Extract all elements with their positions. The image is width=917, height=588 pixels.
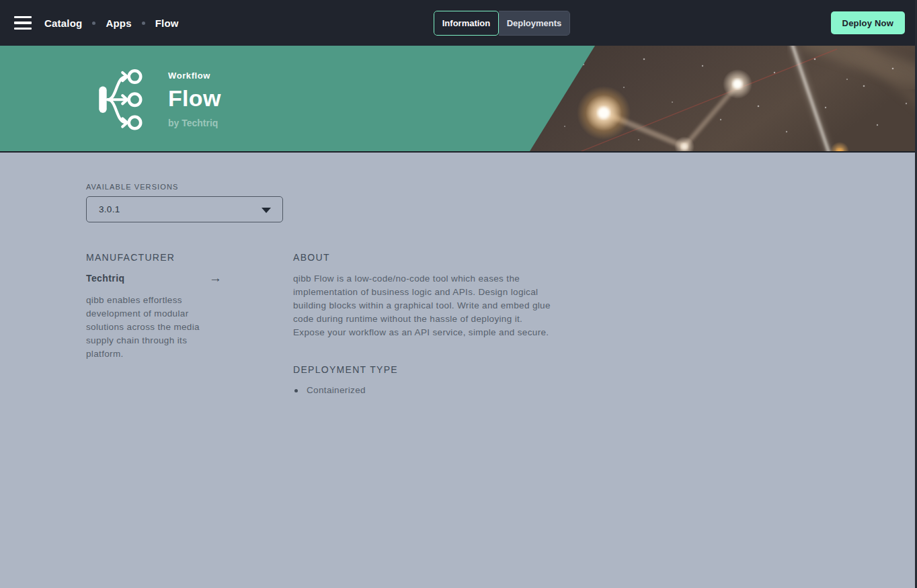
main-content: AVAILABLE VERSIONS 3.0.1 MANUFACTURER Te… xyxy=(86,153,826,397)
menu-icon[interactable] xyxy=(14,16,32,30)
manufacturer-description: qibb enables effortless development of m… xyxy=(86,294,222,361)
info-columns: MANUFACTURER Techtriq → qibb enables eff… xyxy=(86,252,826,397)
breadcrumb: Catalog Apps Flow xyxy=(44,17,179,29)
bullet-icon xyxy=(294,389,298,392)
breadcrumb-separator-icon xyxy=(92,22,95,25)
manufacturer-label: MANUFACTURER xyxy=(86,252,222,263)
deployment-type-item: Containerized xyxy=(293,384,557,397)
hero-content: Workflow Flow by Techtriq xyxy=(97,67,221,132)
breadcrumb-apps[interactable]: Apps xyxy=(106,17,131,29)
tab-information[interactable]: Information xyxy=(434,11,499,36)
hero-text: Workflow Flow by Techtriq xyxy=(168,71,221,128)
app-category: Workflow xyxy=(168,71,221,81)
version-dropdown-value: 3.0.1 xyxy=(99,204,120,214)
manufacturer-section: MANUFACTURER Techtriq → qibb enables eff… xyxy=(86,252,222,397)
about-text: qibb Flow is a low-code/no-code tool whi… xyxy=(293,272,557,339)
breadcrumb-flow: Flow xyxy=(155,17,179,29)
about-label: ABOUT xyxy=(293,252,557,263)
tab-group: Information Deployments xyxy=(434,11,570,36)
workflow-icon xyxy=(97,67,149,132)
about-section: ABOUT qibb Flow is a low-code/no-code to… xyxy=(293,252,557,397)
app-byline: by Techtriq xyxy=(168,118,221,128)
app-title: Flow xyxy=(168,85,221,112)
version-dropdown[interactable]: 3.0.1 xyxy=(86,196,283,222)
available-versions-label: AVAILABLE VERSIONS xyxy=(86,183,826,191)
manufacturer-link[interactable]: Techtriq → xyxy=(86,273,222,284)
deployment-type-label: DEPLOYMENT TYPE xyxy=(293,364,557,375)
caret-down-icon xyxy=(262,208,271,213)
deploy-now-button[interactable]: Deploy Now xyxy=(831,11,905,34)
breadcrumb-catalog[interactable]: Catalog xyxy=(44,17,82,29)
tab-deployments[interactable]: Deployments xyxy=(499,11,570,36)
manufacturer-name: Techtriq xyxy=(86,273,124,284)
arrow-right-icon[interactable]: → xyxy=(209,274,222,283)
breadcrumb-separator-icon xyxy=(142,22,145,25)
deployment-type-list: Containerized xyxy=(293,384,557,397)
top-bar: Catalog Apps Flow Information Deployment… xyxy=(0,0,917,46)
hero-banner: Workflow Flow by Techtriq xyxy=(0,46,917,153)
